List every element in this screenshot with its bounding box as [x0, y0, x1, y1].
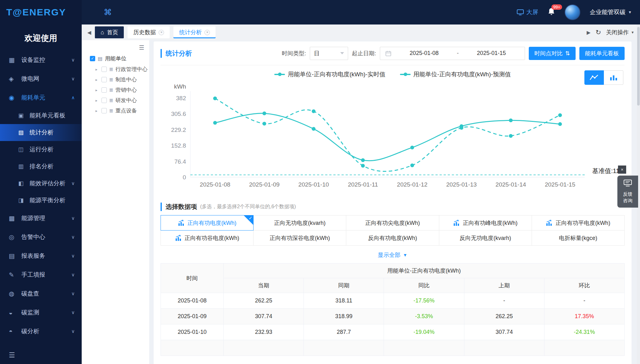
sidebar-item-report-service[interactable]: ▤ 报表服务 ∨ [0, 247, 82, 265]
tree-node-label: 行政管理中心 [115, 66, 147, 73]
legend-item-forecast[interactable]: 用能单位-正向有功电度(kWh)-预测值 [400, 70, 511, 79]
button-label: 能耗单元看板 [585, 50, 619, 57]
checkbox-unchecked[interactable] [101, 108, 107, 113]
tab-bar: ◀ ⌂ 首页 历史数据 × 统计分析 × ▶ ↻ 关闭操作 ▼ [82, 24, 640, 40]
feedback-icon [623, 179, 632, 187]
close-operations-menu[interactable]: 关闭操作 ▼ [606, 29, 634, 36]
submenu-item-energy-balance[interactable]: ◨ 能源平衡分析 [0, 192, 82, 209]
data-item-reverse-active[interactable]: 反向有功电度(kWh) [346, 230, 439, 246]
data-item-forward-active[interactable]: 正向有功电度(kWh) ✓ [161, 215, 254, 231]
data-item-forward-deep-valley[interactable]: 正向有功深谷电度(kWh) [253, 230, 346, 246]
data-item-coal-equivalent[interactable]: 电折标量(kgce) [532, 230, 625, 246]
device-monitor-icon: ▦ [9, 56, 18, 64]
tree-node-admin-center[interactable]: ▸ ≣ 行政管理中心 [82, 64, 149, 74]
sidebar-item-label: 能源管理 [21, 214, 71, 222]
submenu-item-operation[interactable]: ◫ 运行分析 [0, 141, 82, 158]
sidebar-item-carbon-monitor[interactable]: ◒ 碳监测 ∨ [0, 303, 82, 322]
tree-node-manufacturing-center[interactable]: ▸ ≣ 制造中心 [82, 74, 149, 85]
scrollbar-thumb[interactable] [637, 27, 640, 106]
chevron-down-icon: ∨ [71, 215, 75, 221]
carbon-monitor-icon: ◒ [9, 309, 18, 316]
submenu-item-ranking[interactable]: ▥ 排名分析 [0, 158, 82, 175]
account-menu[interactable]: 企业能管双碳 ▼ [590, 8, 632, 16]
tree-root-energy-unit[interactable]: ✓ ▤ 用能单位 [82, 52, 149, 64]
show-all-button[interactable]: 显示全部 ▼ [161, 251, 625, 259]
chevron-down-icon: ∨ [71, 310, 75, 315]
checkbox-unchecked[interactable] [101, 98, 107, 103]
cell-time: 2025-01-10 [161, 324, 224, 340]
energy-unit-board-button[interactable]: 能耗单元看板 [579, 47, 625, 60]
data-item-forward-flat[interactable]: 正向有功平电度(kWh) [532, 215, 625, 231]
start-date-value[interactable]: 2025-01-08 [396, 50, 452, 57]
sidebar-collapse-button[interactable]: ☰ [0, 346, 82, 364]
avatar[interactable] [565, 4, 580, 20]
line-chart-toggle[interactable] [584, 70, 604, 85]
data-item-grid: 正向有功电度(kWh) ✓ 正向无功电度(kvarh) 正向有功尖电度(kWh)… [161, 215, 625, 246]
cell-same-period: 287.7 [304, 324, 384, 340]
date-range-picker[interactable]: 2025-01-08 - 2025-01-15 [380, 47, 525, 60]
tree-node-rd-center[interactable]: ▸ ≣ 研发中心 [82, 95, 149, 106]
tree-node-marketing-center[interactable]: ▸ ≣ 营销中心 [82, 85, 149, 95]
svg-text:kWh: kWh [174, 83, 186, 90]
checkbox-unchecked[interactable] [101, 87, 107, 93]
nav-back-icon[interactable]: ◀ [87, 30, 91, 35]
feedback-button[interactable]: 反馈咨询 [617, 176, 638, 208]
sidebar-item-energy-unit[interactable]: ◉ 能耗单元 ∧ [0, 88, 82, 107]
data-item-forward-sharp[interactable]: 正向有功尖电度(kWh) [346, 215, 439, 231]
data-item-forward-reactive[interactable]: 正向无功电度(kvarh) [253, 215, 346, 231]
caret-right-icon[interactable]: ▸ [96, 109, 99, 113]
sidebar-item-microgrid[interactable]: ◈ 微电网 ∨ [0, 69, 82, 88]
bar-chart-toggle[interactable] [604, 70, 623, 85]
tree-collapse-icon[interactable]: ☰ [139, 44, 144, 51]
balance-icon: ◨ [18, 197, 26, 204]
data-item-reverse-reactive[interactable]: 反向无功电度(kvarh) [439, 230, 532, 246]
legend-marker [400, 74, 411, 75]
caret-right-icon[interactable]: ▸ [96, 98, 99, 103]
tab-home[interactable]: ⌂ 首页 [95, 26, 124, 38]
checkbox-checked[interactable]: ✓ [90, 56, 95, 61]
caret-right-icon[interactable]: ▸ [96, 78, 99, 82]
data-item-forward-valley[interactable]: 正向有功谷电度(kWh) [161, 230, 254, 246]
close-icon[interactable]: × [205, 30, 210, 35]
statistics-icon: ▨ [18, 129, 26, 136]
data-item-forward-peak[interactable]: 正向有功峰电度(kWh) [439, 215, 532, 231]
caret-right-icon[interactable]: ▸ [96, 67, 99, 72]
caret-right-icon[interactable]: ▸ [96, 88, 99, 92]
sidebar-item-carbon-analysis[interactable]: ◓ 碳分析 ∨ [0, 322, 82, 341]
tab-history-data[interactable]: 历史数据 × [128, 26, 170, 38]
close-icon[interactable]: × [159, 30, 164, 35]
show-all-label: 显示全部 [378, 251, 401, 259]
big-screen-button[interactable]: 大屏 [517, 8, 538, 16]
sidebar-item-device-monitor[interactable]: ▦ 设备监控 ∨ [0, 51, 82, 69]
cell-mom: 17.35% [544, 309, 624, 324]
sidebar-item-energy-mgmt[interactable]: ▩ 能源管理 ∨ [0, 209, 82, 228]
sidebar-item-manual-fill[interactable]: ✎ 手工填报 ∨ [0, 265, 82, 284]
sidebar-item-carbon-audit[interactable]: ◍ 碳盘查 ∨ [0, 284, 82, 303]
time-point-compare-button[interactable]: 时间点对比 ⇅ [529, 47, 576, 60]
checkbox-unchecked[interactable] [101, 67, 107, 72]
end-date-value[interactable]: 2025-01-15 [463, 50, 520, 57]
page-title: 统计分析 [161, 49, 192, 58]
nav-forward-icon[interactable]: ▶ [587, 30, 590, 35]
tree-root-label: 用能单位 [105, 55, 126, 62]
submenu-item-statistics[interactable]: ▨ 统计分析 [0, 124, 82, 141]
org-tree-panel: ☰ ✓ ▤ 用能单位 ▸ ≣ 行政管理中心 ▸ ≣ 制造中心 ▸ ≣ 营销中心 … [82, 40, 149, 364]
tab-label: 历史数据 [133, 29, 156, 36]
refresh-icon[interactable]: ↻ [596, 29, 601, 36]
time-type-select[interactable]: 日 [310, 47, 348, 60]
tree-node-label: 重点设备 [115, 107, 137, 114]
submenu-item-efficiency-eval[interactable]: ◧ 能效评估分析 ∨ [0, 175, 82, 192]
legend-item-realtime[interactable]: 用能单位-正向有功电度(kWh)-实时值 [274, 70, 385, 79]
tree-node-key-equipment[interactable]: ▸ ≣ 重点设备 [82, 106, 149, 116]
apps-icon[interactable]: ⌘ [104, 8, 112, 17]
sidebar-item-alarm-center[interactable]: ◎ 告警中心 ∨ [0, 228, 82, 247]
tab-statistics[interactable]: 统计分析 × [173, 26, 216, 38]
submenu-item-energy-board[interactable]: ▣ 能耗单元看板 [0, 107, 82, 124]
notification-bell-button[interactable]: 99+ [548, 8, 555, 17]
legend-label: 用能单位-正向有功电度(kWh)-预测值 [413, 70, 511, 79]
legend-marker [274, 74, 285, 75]
checkbox-unchecked[interactable] [101, 77, 107, 82]
bar-chart-icon [453, 220, 460, 226]
sidebar-item-label: 手工填报 [21, 271, 71, 279]
feedback-close-button[interactable]: × [618, 166, 626, 174]
